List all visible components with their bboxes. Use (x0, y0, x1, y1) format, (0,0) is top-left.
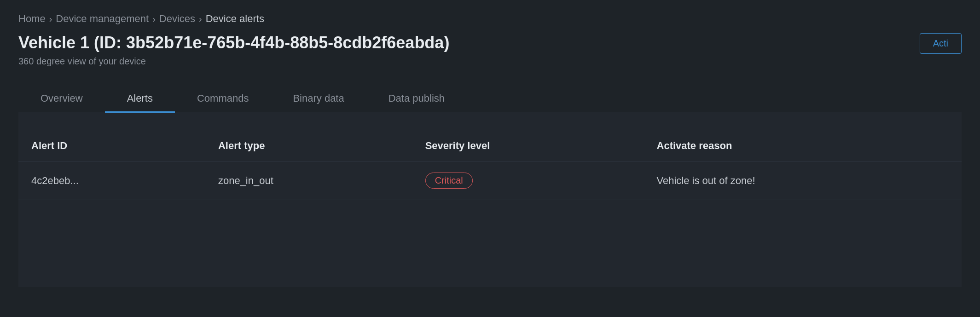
breadcrumb-device-alerts: Device alerts (206, 13, 264, 25)
alert-table: Alert ID Alert type Severity level Activ… (18, 131, 962, 200)
cell-activate-reason: Vehicle is out of zone! (644, 161, 962, 200)
page-subtitle: 360 degree view of your device (18, 56, 449, 67)
breadcrumb-sep-2: › (152, 14, 156, 24)
page-title-section: Vehicle 1 (ID: 3b52b71e-765b-4f4b-88b5-8… (18, 33, 962, 67)
tab-alerts[interactable]: Alerts (105, 85, 175, 112)
tabs-container: Overview Alerts Commands Binary data Dat… (18, 85, 962, 112)
cell-alert-id: 4c2ebeb... (18, 161, 205, 200)
breadcrumb-devices[interactable]: Devices (159, 13, 195, 25)
actions-button[interactable]: Acti (920, 33, 962, 54)
cell-alert-type: zone_in_out (205, 161, 412, 200)
table-header-row: Alert ID Alert type Severity level Activ… (18, 131, 962, 161)
col-header-activate-reason: Activate reason (644, 131, 962, 161)
tab-data-publish[interactable]: Data publish (366, 85, 467, 112)
breadcrumb-device-management[interactable]: Device management (56, 13, 149, 25)
tab-overview[interactable]: Overview (18, 85, 105, 112)
page-title-text-group: Vehicle 1 (ID: 3b52b71e-765b-4f4b-88b5-8… (18, 33, 449, 67)
breadcrumb-sep-3: › (199, 14, 202, 24)
breadcrumb-home[interactable]: Home (18, 13, 46, 25)
col-header-alert-type: Alert type (205, 131, 412, 161)
table-row[interactable]: 4c2ebeb... zone_in_out Critical Vehicle … (18, 161, 962, 200)
severity-badge: Critical (425, 173, 473, 189)
tab-commands[interactable]: Commands (175, 85, 271, 112)
page-container: Home › Device management › Devices › Dev… (0, 0, 980, 287)
page-title: Vehicle 1 (ID: 3b52b71e-765b-4f4b-88b5-8… (18, 33, 449, 52)
col-header-alert-id: Alert ID (18, 131, 205, 161)
breadcrumb-sep-1: › (49, 14, 52, 24)
cell-severity-level: Critical (412, 161, 644, 200)
content-area: Alert ID Alert type Severity level Activ… (18, 112, 962, 287)
breadcrumb: Home › Device management › Devices › Dev… (18, 13, 962, 25)
tab-binary-data[interactable]: Binary data (271, 85, 366, 112)
col-header-severity-level: Severity level (412, 131, 644, 161)
